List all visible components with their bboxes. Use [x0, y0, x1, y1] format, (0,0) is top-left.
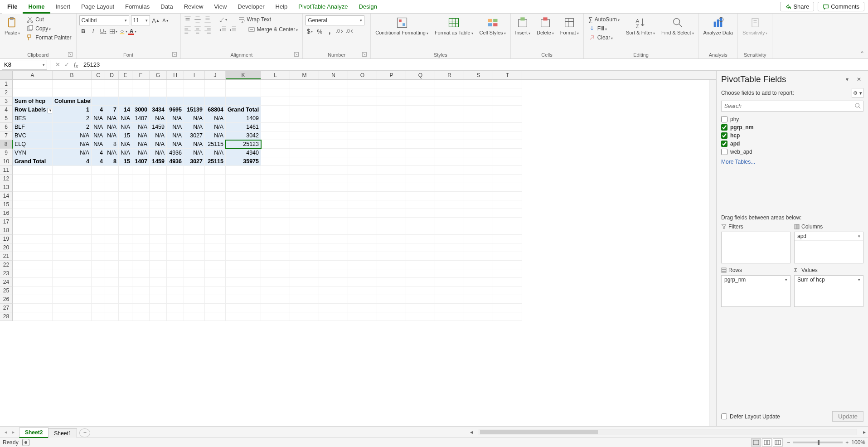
- cell[interactable]: [132, 192, 150, 200]
- cell[interactable]: [290, 106, 319, 114]
- cell[interactable]: [406, 140, 435, 149]
- col-header[interactable]: N: [319, 71, 348, 79]
- cell[interactable]: [435, 140, 464, 149]
- cell[interactable]: [377, 278, 406, 287]
- cell[interactable]: N/A: [119, 114, 132, 123]
- cell[interactable]: [132, 200, 150, 209]
- cell[interactable]: [13, 226, 53, 235]
- borders-button[interactable]: [109, 27, 117, 35]
- cell[interactable]: [493, 304, 522, 312]
- tab-design[interactable]: Design: [353, 0, 382, 14]
- cell[interactable]: [92, 287, 105, 295]
- cell[interactable]: [406, 97, 435, 106]
- cell[interactable]: [435, 106, 464, 114]
- cell[interactable]: [205, 200, 226, 209]
- col-header[interactable]: L: [261, 71, 290, 79]
- cell[interactable]: N/A: [92, 131, 105, 140]
- cell[interactable]: [119, 183, 132, 192]
- cell[interactable]: [406, 123, 435, 131]
- cell[interactable]: N/A: [205, 149, 226, 157]
- cell[interactable]: [493, 200, 522, 209]
- cell[interactable]: [406, 287, 435, 295]
- cell[interactable]: [319, 261, 348, 269]
- cell[interactable]: [348, 106, 377, 114]
- zoom-in-button[interactable]: +: [845, 439, 849, 446]
- cell[interactable]: N/A: [53, 140, 92, 149]
- font-name-select[interactable]: Calibri▾: [79, 15, 129, 25]
- cell[interactable]: [290, 218, 319, 226]
- cell[interactable]: [150, 209, 167, 218]
- cell[interactable]: [464, 252, 493, 261]
- cell[interactable]: [184, 209, 205, 218]
- alignment-launcher[interactable]: ↘: [294, 52, 299, 57]
- cell[interactable]: [132, 312, 150, 321]
- cell[interactable]: [406, 269, 435, 278]
- row-header[interactable]: 24: [0, 278, 13, 287]
- cell[interactable]: [167, 80, 184, 88]
- cell[interactable]: ELQ: [13, 140, 53, 149]
- row-header[interactable]: 11: [0, 166, 13, 175]
- tab-page-layout[interactable]: Page Layout: [76, 0, 120, 14]
- cell[interactable]: [290, 131, 319, 140]
- cell[interactable]: [205, 304, 226, 312]
- cell[interactable]: [290, 97, 319, 106]
- cell[interactable]: [205, 261, 226, 269]
- cell[interactable]: [406, 106, 435, 114]
- cell[interactable]: 68804: [205, 106, 226, 114]
- cell[interactable]: [150, 312, 167, 321]
- cell[interactable]: [493, 192, 522, 200]
- cell[interactable]: [150, 192, 167, 200]
- cell[interactable]: N/A: [119, 123, 132, 131]
- cell[interactable]: [377, 218, 406, 226]
- cell[interactable]: 2: [53, 123, 92, 131]
- autosum-button[interactable]: ∑AutoSum: [587, 15, 621, 24]
- cell[interactable]: [132, 175, 150, 183]
- cell[interactable]: [290, 261, 319, 269]
- cell[interactable]: [205, 80, 226, 88]
- cell[interactable]: 4: [92, 149, 105, 157]
- cell[interactable]: [435, 252, 464, 261]
- cell[interactable]: [167, 209, 184, 218]
- row-header[interactable]: 5: [0, 114, 13, 123]
- cell[interactable]: [261, 192, 290, 200]
- cell[interactable]: [167, 175, 184, 183]
- cell[interactable]: [13, 80, 53, 88]
- cell[interactable]: [132, 80, 150, 88]
- cell[interactable]: [226, 278, 261, 287]
- cell[interactable]: [493, 131, 522, 140]
- cell[interactable]: 3027: [184, 131, 205, 140]
- cell[interactable]: [319, 269, 348, 278]
- cell[interactable]: N/A: [119, 149, 132, 157]
- cell[interactable]: [290, 88, 319, 97]
- cell[interactable]: [105, 278, 119, 287]
- cell[interactable]: [53, 295, 92, 304]
- cell[interactable]: [493, 252, 522, 261]
- cell[interactable]: [105, 226, 119, 235]
- cell[interactable]: [53, 175, 92, 183]
- cell[interactable]: [435, 80, 464, 88]
- cell[interactable]: [53, 287, 92, 295]
- cell[interactable]: [132, 183, 150, 192]
- cell[interactable]: [261, 175, 290, 183]
- cell[interactable]: N/A: [184, 123, 205, 131]
- cell[interactable]: [132, 235, 150, 243]
- align-middle-button[interactable]: [194, 15, 202, 24]
- cell[interactable]: [119, 166, 132, 175]
- cell[interactable]: [464, 235, 493, 243]
- cell[interactable]: [13, 183, 53, 192]
- area-item[interactable]: pgrp_nm▾: [722, 276, 790, 284]
- comma-format-button[interactable]: ,: [325, 27, 334, 35]
- cell[interactable]: [132, 209, 150, 218]
- cell[interactable]: [205, 97, 226, 106]
- row-header[interactable]: 26: [0, 295, 13, 304]
- cell[interactable]: [493, 312, 522, 321]
- cell[interactable]: [493, 269, 522, 278]
- cell[interactable]: [53, 88, 92, 97]
- cell[interactable]: [92, 243, 105, 252]
- cell[interactable]: [92, 80, 105, 88]
- font-color-button[interactable]: A: [129, 27, 137, 35]
- cell[interactable]: [105, 88, 119, 97]
- cell[interactable]: [92, 166, 105, 175]
- cell[interactable]: [105, 287, 119, 295]
- field-row[interactable]: web_apd: [721, 148, 863, 156]
